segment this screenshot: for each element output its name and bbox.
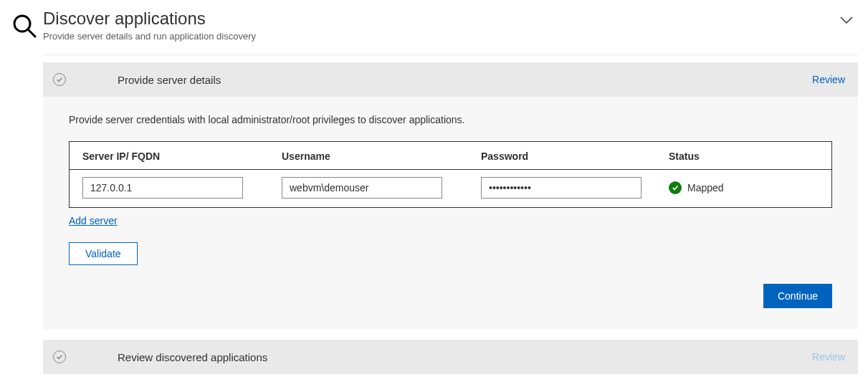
status-mapped-icon [669,181,682,194]
col-header-password: Password [481,150,669,162]
table-row: Mapped [70,170,831,207]
continue-button[interactable]: Continue [763,284,832,308]
step-status-icon [53,350,66,363]
server-ip-input[interactable] [82,177,243,199]
step-title: Review discovered applications [118,351,267,363]
search-icon [11,7,43,374]
validate-button[interactable]: Validate [69,242,138,265]
server-table: Server IP/ FQDN Username Password Status [69,141,832,208]
col-header-status: Status [669,150,819,162]
username-input[interactable] [282,177,442,199]
instruction-text: Provide server credentials with local ad… [69,114,832,125]
page-title: Discover applications [43,7,256,29]
review-link-step2[interactable]: Review [812,351,845,363]
col-header-username: Username [282,150,481,162]
page-subtitle: Provide server details and run applicati… [43,31,256,42]
collapse-chevron-icon[interactable] [838,7,858,31]
table-header-row: Server IP/ FQDN Username Password Status [70,142,831,170]
page-header: Discover applications Provide server det… [43,7,858,42]
step-header-server-details: Provide server details Review [43,62,858,97]
step-status-icon [53,73,66,86]
divider [43,54,858,55]
status-label: Mapped [687,182,724,194]
review-link-step1[interactable]: Review [812,74,845,85]
add-server-link[interactable]: Add server [69,215,118,226]
password-input[interactable] [481,177,642,199]
step-header-review-apps: Review discovered applications Review [43,340,858,374]
step-title: Provide server details [118,74,221,86]
svg-line-1 [28,29,35,37]
step-body-server-details: Provide server credentials with local ad… [43,97,858,330]
col-header-ip: Server IP/ FQDN [82,150,282,162]
